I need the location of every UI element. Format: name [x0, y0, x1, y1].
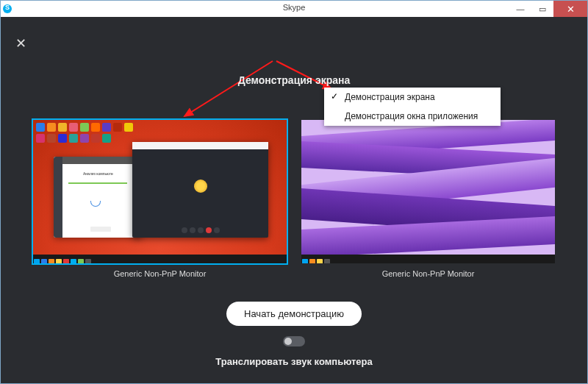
- skype-window: Skype — ▭ ✕ ✕ Демонстрация экрана Демонс…: [0, 0, 588, 384]
- monitor-1[interactable]: Анализ компьюте: [33, 120, 287, 278]
- window-title: Skype: [283, 3, 306, 12]
- monitor-2-thumbnail: [301, 120, 555, 263]
- titlebar: Skype — ▭ ✕: [1, 1, 587, 17]
- dropdown-item-screen[interactable]: Демонстрация экрана: [324, 88, 501, 107]
- monitor-2[interactable]: Generic Non-PnP Monitor: [301, 120, 555, 278]
- skype-call-window-thumb: [132, 142, 268, 238]
- share-mode-dropdown: Демонстрация экрана Демонстрация окна пр…: [324, 88, 501, 126]
- close-window-button[interactable]: ✕: [553, 1, 587, 17]
- desktop-icons: [36, 123, 139, 143]
- monitor-2-label: Generic Non-PnP Monitor: [382, 269, 475, 278]
- ccleaner-window-thumb: Анализ компьюте: [54, 157, 142, 238]
- svg-line-0: [184, 61, 273, 116]
- start-sharing-button[interactable]: Начать демонстрацию: [226, 302, 362, 326]
- dropdown-item-app-window[interactable]: Демонстрация окна приложения: [324, 107, 501, 126]
- window-controls: — ▭ ✕: [509, 1, 587, 17]
- share-screen-panel: ✕ Демонстрация экрана Демонстрация экран…: [1, 17, 587, 383]
- monitor-chooser: Анализ компьюте: [1, 120, 587, 278]
- close-panel-button[interactable]: ✕: [15, 35, 26, 51]
- monitor-1-thumbnail: Анализ компьюте: [33, 120, 287, 263]
- heading-share-screen[interactable]: Демонстрация экрана: [238, 74, 351, 86]
- taskbar-thumb: [33, 255, 287, 263]
- monitor-1-label: Generic Non-PnP Monitor: [114, 269, 207, 278]
- maximize-button[interactable]: ▭: [531, 1, 553, 17]
- avatar-icon: [194, 179, 207, 193]
- audio-toggle-label: Транслировать звук компьютера: [215, 356, 372, 367]
- minimize-button[interactable]: —: [509, 1, 531, 17]
- skype-logo-icon: [3, 4, 12, 13]
- audio-toggle[interactable]: [283, 336, 305, 346]
- taskbar-thumb-2: [301, 255, 555, 263]
